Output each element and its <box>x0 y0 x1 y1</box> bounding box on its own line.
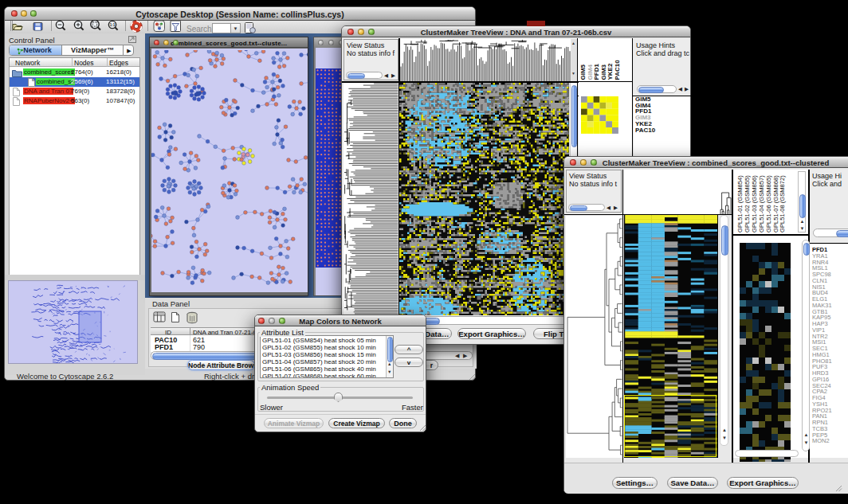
svg-text:GPL51-04 (GSM857): GPL51-04 (GSM857) <box>758 175 765 232</box>
svg-text:GPL51-06 (GSM865): GPL51-06 (GSM865) <box>765 175 772 232</box>
svg-text:GPL51-03 (GSM856): GPL51-03 (GSM856) <box>751 175 758 232</box>
svg-text:PAC10: PAC10 <box>614 60 621 80</box>
svg-text:GPL51-01 (GSM854): GPL51-01 (GSM854) <box>736 175 744 232</box>
svg-text:GPL51-08 (GSM872): GPL51-08 (GSM872) <box>779 175 786 232</box>
svg-text:1:1: 1:1 <box>110 23 116 27</box>
svg-text:GPL51-07 (GSM868): GPL51-07 (GSM868) <box>772 175 779 232</box>
svg-text:GPL51-02 (GSM855): GPL51-02 (GSM855) <box>744 175 751 232</box>
